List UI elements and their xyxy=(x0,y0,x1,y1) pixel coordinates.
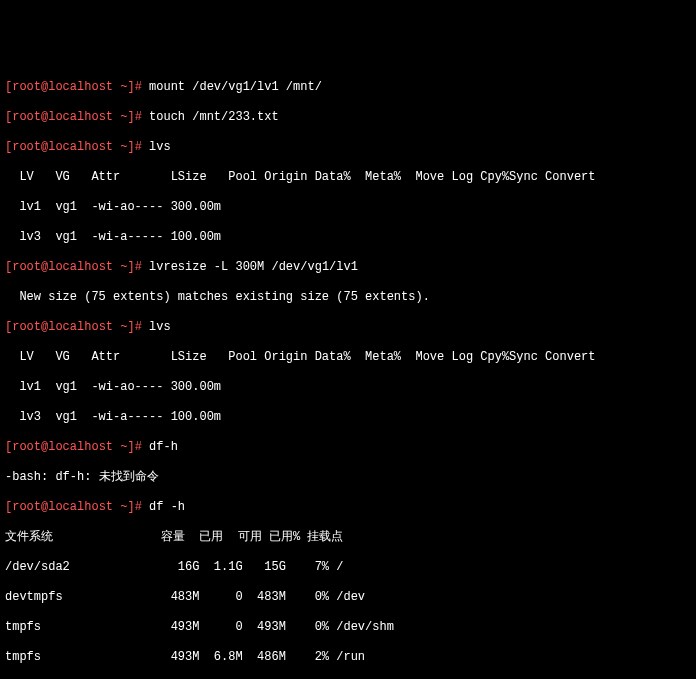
output-line: LV VG Attr LSize Pool Origin Data% Meta%… xyxy=(5,350,691,365)
output-line: lv1 vg1 -wi-ao---- 300.00m xyxy=(5,380,691,395)
command-text: lvresize -L 300M /dev/vg1/lv1 xyxy=(149,260,358,274)
prompt-line: [root@localhost ~]# mount /dev/vg1/lv1 /… xyxy=(5,80,691,95)
prompt-line: [root@localhost ~]# df -h xyxy=(5,500,691,515)
command-text: lvs xyxy=(149,140,171,154)
prompt-line: [root@localhost ~]# touch /mnt/233.txt xyxy=(5,110,691,125)
prompt-line: [root@localhost ~]# lvs xyxy=(5,320,691,335)
output-line: LV VG Attr LSize Pool Origin Data% Meta%… xyxy=(5,170,691,185)
command-text: lvs xyxy=(149,320,171,334)
prompt-hash: # xyxy=(135,80,149,94)
command-text: touch /mnt/233.txt xyxy=(149,110,279,124)
prompt-user: root xyxy=(12,80,41,94)
prompt-host: localhost xyxy=(48,80,113,94)
command-text: mount /dev/vg1/lv1 /mnt/ xyxy=(149,80,322,94)
prompt-line: [root@localhost ~]# lvs xyxy=(5,140,691,155)
output-line: tmpfs 493M 6.8M 486M 2% /run xyxy=(5,650,691,665)
bracket-close: ] xyxy=(127,80,134,94)
output-line: /dev/sda2 16G 1.1G 15G 7% / xyxy=(5,560,691,575)
terminal-output[interactable]: [root@localhost ~]# mount /dev/vg1/lv1 /… xyxy=(5,65,691,679)
command-text: df-h xyxy=(149,440,178,454)
output-line: lv3 vg1 -wi-a----- 100.00m xyxy=(5,410,691,425)
prompt-tilde: ~ xyxy=(113,80,127,94)
output-line: lv3 vg1 -wi-a----- 100.00m xyxy=(5,230,691,245)
output-line: 文件系统 容量 已用 可用 已用% 挂载点 xyxy=(5,530,691,545)
output-line: lv1 vg1 -wi-ao---- 300.00m xyxy=(5,200,691,215)
output-line: New size (75 extents) matches existing s… xyxy=(5,290,691,305)
output-line: -bash: df-h: 未找到命令 xyxy=(5,470,691,485)
prompt-line: [root@localhost ~]# df-h xyxy=(5,440,691,455)
output-line: devtmpfs 483M 0 483M 0% /dev xyxy=(5,590,691,605)
command-text: df -h xyxy=(149,500,185,514)
prompt-line: [root@localhost ~]# lvresize -L 300M /de… xyxy=(5,260,691,275)
output-line: tmpfs 493M 0 493M 0% /dev/shm xyxy=(5,620,691,635)
